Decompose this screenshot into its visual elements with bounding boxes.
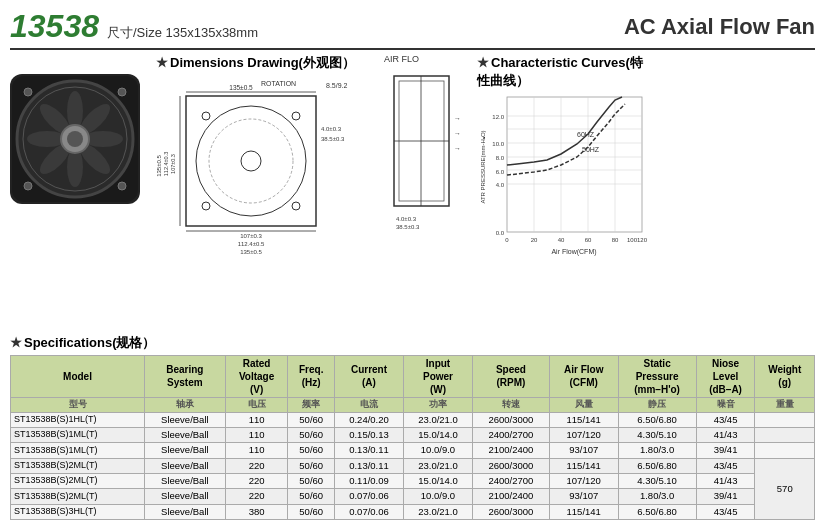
svg-rect-19 [186,96,316,226]
svg-text:→: → [454,130,461,137]
table-cell: 43/45 [696,458,755,473]
table-row: ST13538B(S)3HL(T)Sleeve/Ball38050/600.07… [11,504,815,519]
header-left: 13538 尺寸/Size 135x135x38mm [10,8,258,45]
table-cell: 2400/2700 [472,427,549,442]
sub-pressure: 静压 [618,397,696,412]
table-cell: 0.11/0.09 [334,473,403,488]
table-cell: 50/60 [288,412,335,427]
table-cell: 2600/3000 [472,412,549,427]
svg-text:112.4±0.5: 112.4±0.5 [238,241,265,247]
table-cell: Sleeve/Ball [145,443,226,458]
svg-text:112.4±0.3: 112.4±0.3 [163,152,169,176]
sub-airflow: 风量 [549,397,618,412]
svg-text:8.0: 8.0 [496,155,505,161]
table-cell: 220 [225,489,288,504]
svg-text:ATR PRESSURE(mm-H₂O): ATR PRESSURE(mm-H₂O) [480,130,486,203]
table-cell: 115/141 [549,458,618,473]
specs-table: Model BearingSystem RatedVoltage(V) Freq… [10,355,815,520]
svg-text:0.0: 0.0 [496,230,505,236]
svg-point-13 [24,88,32,96]
sub-noise: 噪音 [696,397,755,412]
table-cell: 115/141 [549,412,618,427]
col-voltage: RatedVoltage(V) [225,355,288,397]
table-cell: 10.0/9.0 [403,489,472,504]
col-speed: Speed(RPM) [472,355,549,397]
table-cell: 23.0/21.0 [403,458,472,473]
table-cell: 0.13/0.11 [334,458,403,473]
svg-point-14 [118,88,126,96]
table-cell: 1.80/3.0 [618,489,696,504]
svg-text:4.0: 4.0 [496,182,505,188]
table-cell: 570 [755,458,815,519]
size-text: 尺寸/Size 135x135x38mm [107,24,258,42]
table-cell: 220 [225,473,288,488]
table-cell: 0.07/0.06 [334,489,403,504]
chart-area: Characteristic Curves(特性曲线） [477,54,652,267]
table-row: ST13538B(S)1ML(T)Sleeve/Ball11050/600.15… [11,427,815,442]
table-cell: 0.24/0.20 [334,412,403,427]
svg-text:→: → [454,115,461,122]
table-body: ST13538B(S)1HL(T)Sleeve/Ball11050/600.24… [11,412,815,519]
table-cell: 15.0/14.0 [403,473,472,488]
table-cell: 0.13/0.11 [334,443,403,458]
svg-text:80: 80 [612,237,619,243]
svg-text:→: → [454,145,461,152]
sub-bearing: 轴承 [145,397,226,412]
col-airflow: Air Flow(CFM) [549,355,618,397]
svg-text:38.5±0.3: 38.5±0.3 [321,136,345,142]
table-section: Specifications(规格） Model BearingSystem R… [10,334,815,520]
col-bearing: BearingSystem [145,355,226,397]
svg-text:ROTATION: ROTATION [261,80,296,87]
table-cell: 43/45 [696,412,755,427]
table-cell: 4.30/5.10 [618,473,696,488]
table-cell: 115/141 [549,504,618,519]
svg-text:4.0±0.3: 4.0±0.3 [396,216,417,222]
col-model: Model [11,355,145,397]
table-cell: Sleeve/Ball [145,458,226,473]
table-cell: 41/43 [696,427,755,442]
table-cell [755,412,815,427]
svg-point-16 [118,182,126,190]
table-cell: ST13538B(S)3HL(T) [11,504,145,519]
table-cell [755,443,815,458]
svg-point-25 [202,202,210,210]
table-cell: 2600/3000 [472,504,549,519]
chart-svg: 0.0 4.0 6.0 8.0 10.0 12.0 0 20 40 60 80 … [477,92,652,267]
table-cell: 4.30/5.10 [618,427,696,442]
airflow-label: AIR FLO [384,54,469,64]
table-cell: 10.0/9.0 [403,443,472,458]
table-cell: ST13538B(S)1ML(T) [11,427,145,442]
dimensions-svg: ROTATION 8.5/9.2 [156,76,376,261]
table-cell: Sleeve/Ball [145,473,226,488]
svg-text:60: 60 [585,237,592,243]
svg-point-26 [292,202,300,210]
col-noise: NioseLevel(dB–A) [696,355,755,397]
main-content: Dimensions Drawing(外观图） ROTATION 8.5/9.2 [10,54,815,330]
table-cell: Sleeve/Ball [145,427,226,442]
table-cell: Sleeve/Ball [145,412,226,427]
col-input-power: InputPower(W) [403,355,472,397]
table-row: ST13538B(S)2ML(T)Sleeve/Ball22050/600.07… [11,489,815,504]
table-cell: 110 [225,443,288,458]
airflow-section: AIR FLO → → → 4.0±0.3 [384,54,469,233]
svg-point-23 [202,112,210,120]
svg-text:107±0.3: 107±0.3 [240,233,262,239]
svg-text:40: 40 [558,237,565,243]
sub-speed: 转速 [472,397,549,412]
table-cell: 50/60 [288,489,335,504]
fan-image [10,74,140,204]
fan-svg [10,74,140,204]
table-row: ST13538B(S)2ML(T)Sleeve/Ball22050/600.11… [11,473,815,488]
svg-text:50HZ: 50HZ [582,146,600,153]
col-freq: Freq.(Hz) [288,355,335,397]
svg-point-12 [67,131,83,147]
table-cell: 2600/3000 [472,458,549,473]
svg-text:12.0: 12.0 [492,114,504,120]
sub-power: 功率 [403,397,472,412]
table-cell: 2100/2400 [472,489,549,504]
svg-text:135±0.5: 135±0.5 [229,84,253,91]
sub-model: 型号 [11,397,145,412]
dimensions-section: Dimensions Drawing(外观图） ROTATION 8.5/9.2 [156,54,376,263]
table-cell: 0.07/0.06 [334,504,403,519]
table-cell: ST13538B(S)1HL(T) [11,412,145,427]
